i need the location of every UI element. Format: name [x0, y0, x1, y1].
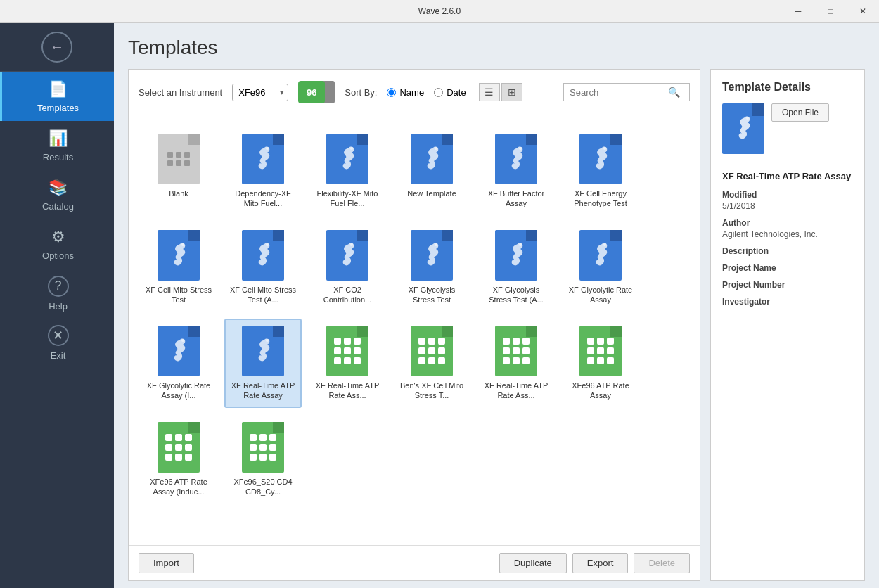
minimize-button[interactable]: ─ — [782, 0, 814, 23]
detail-row-project-name: Project Name — [722, 263, 853, 273]
page-title: Templates — [128, 37, 865, 59]
template-item-realtime-atp[interactable]: XF Real-Time ATP Rate Assay — [224, 319, 302, 408]
sort-date-radio[interactable]: Date — [434, 87, 466, 98]
maximize-button[interactable]: □ — [814, 0, 847, 23]
details-file-icon — [722, 103, 764, 154]
search-icon[interactable]: 🔍 — [668, 87, 680, 98]
selected-template-name: XF Real-Time ATP Rate Assay — [722, 171, 853, 181]
template-item-realtime-atp-ass[interactable]: XF Real-Time ATP Rate Ass... — [309, 319, 386, 408]
sidebar-item-options[interactable]: ⚙ Options — [0, 219, 114, 269]
detail-label-project-number: Project Number — [722, 280, 853, 290]
template-item-flexibility[interactable]: Flexibility-XF Mito Fuel Fle... — [309, 127, 386, 216]
template-item-co2[interactable]: XF CO2 Contribution... — [309, 223, 386, 312]
exit-icon: ✕ — [48, 325, 69, 346]
detail-label-description: Description — [722, 246, 853, 256]
template-item-blank[interactable]: Blank — [140, 127, 217, 216]
detail-label-modified: Modified — [722, 190, 853, 200]
open-file-button[interactable]: Open File — [771, 103, 829, 122]
template-name-xfe96-s20: XFe96_S20 CD4 CD8_Cy... — [229, 477, 297, 497]
template-item-cell-mito-stress-a[interactable]: XF Cell Mito Stress Test (A... — [224, 223, 302, 312]
sidebar-item-results[interactable]: 📊 Results — [0, 121, 114, 170]
template-item-new-template[interactable]: New Template — [393, 127, 470, 216]
sidebar-item-templates[interactable]: 📄 Templates — [0, 72, 114, 121]
cartridge-number: 96 — [298, 81, 325, 103]
sort-radio-group: Name Date — [387, 87, 466, 98]
duplicate-button[interactable]: Duplicate — [499, 553, 567, 573]
detail-value-modified: 5/1/2018 — [722, 201, 853, 211]
template-name-xfe96-atp: XFe96 ATP Rate Assay — [566, 381, 635, 401]
svg-point-8 — [435, 243, 437, 246]
details-header: Open File — [722, 103, 853, 161]
main-content: Templates Select an Instrument XFe96 XF9… — [114, 23, 879, 588]
template-item-glycolysis-a[interactable]: XF Glycolysis Stress Test (A... — [477, 223, 555, 312]
app-title: Wave 2.6.0 — [418, 6, 461, 16]
select-instrument-label: Select an Instrument — [139, 87, 222, 98]
catalog-icon: 📚 — [49, 179, 68, 197]
template-name-glycolysis: XF Glycolysis Stress Test — [397, 285, 466, 305]
template-name-realtime-atp-ass2: XF Real-Time ATP Rate Ass... — [482, 381, 551, 401]
template-name-xfe96-atp-i: XFe96 ATP Rate Assay (Induc... — [144, 477, 213, 497]
content-area: Select an Instrument XFe96 XF96 XFe24 XF… — [128, 69, 865, 581]
template-item-dependency[interactable]: Dependency-XF Mito Fuel... — [224, 127, 302, 216]
detail-label-investigator: Investigator — [722, 297, 853, 307]
sidebar-label-help: Help — [49, 301, 68, 312]
instrument-select-wrapper: XFe96 XF96 XFe24 XF24 — [232, 84, 288, 101]
details-seahorse-svg — [731, 113, 756, 144]
template-name-realtime-atp-ass: XF Real-Time ATP Rate Ass... — [313, 381, 382, 401]
sidebar: ← 📄 Templates 📊 Results 📚 Catalog ⚙ Opti… — [0, 23, 114, 588]
template-grid-area: Blank Dependency-XF Mito Fuel... Flexibi… — [129, 115, 700, 545]
template-item-xfe96-atp-i[interactable]: XFe96 ATP Rate Assay (Induc... — [140, 415, 217, 504]
svg-point-13 — [746, 117, 749, 120]
sidebar-label-templates: Templates — [37, 103, 79, 113]
search-input[interactable] — [570, 87, 668, 98]
sidebar-item-help[interactable]: ? Help — [0, 269, 114, 318]
grid-view-btn[interactable]: ⊞ — [501, 83, 522, 101]
template-name-buffer-factor: XF Buffer Factor Assay — [482, 188, 551, 209]
import-button[interactable]: Import — [139, 553, 194, 573]
detail-value-author: Agilent Technologies, Inc. — [722, 229, 853, 239]
detail-row-author: AuthorAgilent Technologies, Inc. — [722, 218, 853, 239]
template-item-xfe96-atp[interactable]: XFe96 ATP Rate Assay — [562, 319, 639, 408]
template-item-xfe96-s20[interactable]: XFe96_S20 CD4 CD8_Cy... — [224, 415, 302, 504]
template-item-cell-mito-stress[interactable]: XF Cell Mito Stress Test — [140, 223, 217, 312]
sidebar-item-catalog[interactable]: 📚 Catalog — [0, 170, 114, 219]
svg-point-7 — [350, 243, 353, 246]
options-icon: ⚙ — [51, 228, 65, 246]
svg-point-1 — [350, 147, 353, 150]
sidebar-label-results: Results — [43, 152, 73, 162]
template-item-glycolytic-rate[interactable]: XF Glycolytic Rate Assay — [562, 223, 639, 312]
instrument-select[interactable]: XFe96 XF96 XFe24 XF24 — [232, 84, 288, 101]
sidebar-item-exit[interactable]: ✕ Exit — [0, 318, 114, 367]
detail-row-description: Description — [722, 246, 853, 256]
export-button[interactable]: Export — [572, 553, 629, 573]
close-button[interactable]: ✕ — [847, 0, 879, 23]
view-toggle: ☰ ⊞ — [479, 83, 522, 101]
back-button[interactable]: ← — [41, 32, 72, 63]
template-item-bens[interactable]: Ben's XF Cell Mito Stress T... — [393, 319, 470, 408]
detail-row-investigator: Investigator — [722, 297, 853, 307]
template-item-realtime-atp-ass2[interactable]: XF Real-Time ATP Rate Ass... — [477, 319, 555, 408]
svg-point-4 — [603, 147, 606, 150]
svg-point-12 — [266, 339, 269, 342]
sidebar-label-options: Options — [42, 250, 74, 261]
template-name-glycolysis-a: XF Glycolysis Stress Test (A... — [482, 285, 551, 305]
sidebar-back-section: ← — [0, 23, 114, 72]
app-body: ← 📄 Templates 📊 Results 📚 Catalog ⚙ Opti… — [0, 23, 879, 588]
template-item-glycolysis[interactable]: XF Glycolysis Stress Test — [393, 223, 470, 312]
template-name-glycolytic-rate: XF Glycolytic Rate Assay — [566, 285, 635, 305]
template-item-cell-energy[interactable]: XF Cell Energy Phenotype Test — [562, 127, 639, 216]
delete-button[interactable]: Delete — [634, 553, 690, 573]
detail-row-project-number: Project Number — [722, 280, 853, 290]
template-item-buffer-factor[interactable]: XF Buffer Factor Assay — [477, 127, 555, 216]
template-name-cell-mito-stress: XF Cell Mito Stress Test — [144, 285, 213, 305]
template-item-glycolytic-rate-i[interactable]: XF Glycolytic Rate Assay (I... — [140, 319, 217, 408]
template-name-bens: Ben's XF Cell Mito Stress T... — [397, 381, 466, 401]
list-view-btn[interactable]: ☰ — [479, 83, 500, 101]
template-name-new-template: New Template — [407, 188, 456, 198]
template-name-realtime-atp: XF Real-Time ATP Rate Assay — [229, 381, 297, 401]
toolbar: Select an Instrument XFe96 XF96 XFe24 XF… — [129, 70, 700, 115]
sort-name-radio[interactable]: Name — [387, 87, 424, 98]
title-bar: Wave 2.6.0 ─ □ ✕ — [0, 0, 879, 23]
window-controls: ─ □ ✕ — [782, 0, 879, 23]
svg-point-6 — [266, 243, 269, 246]
